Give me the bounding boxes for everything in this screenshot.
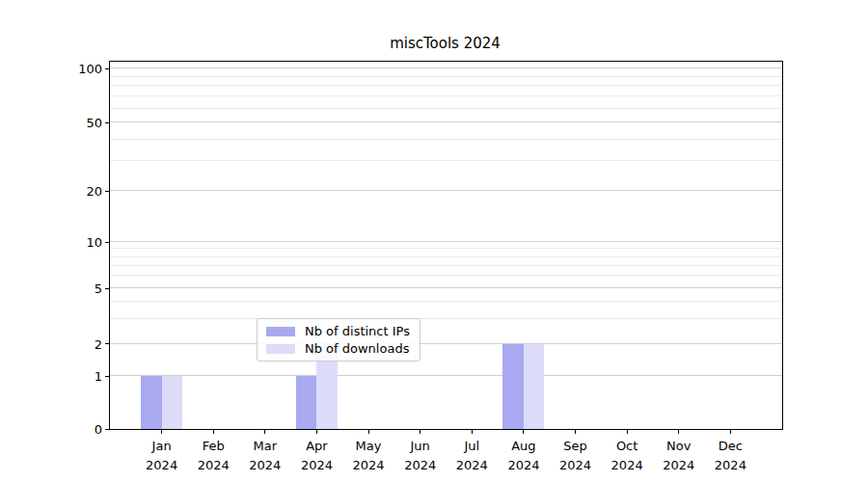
x-tick-label-sep: Sep2024 [559,437,591,474]
x-tick-year: 2024 [301,456,333,475]
bar-distinct-ips-apr [296,376,316,429]
x-tick-mark [472,430,473,434]
minor-gridline [110,301,782,302]
x-tick-year: 2024 [715,456,746,475]
x-tick-mark [316,430,317,434]
chart-title: miscTools 2024 [109,35,781,52]
y-tick-mark [105,376,109,377]
y-tick-mark [105,242,109,243]
y-tick-label: 1 [95,370,102,383]
minor-gridline [110,95,782,96]
x-tick-mark [575,430,576,434]
bar-distinct-ips-aug [502,344,523,429]
x-tick-label-dec: Dec2024 [715,437,746,474]
x-tick-year: 2024 [249,456,281,475]
x-tick-year: 2024 [507,456,539,475]
x-tick-mark [523,430,524,434]
y-tick-label: 5 [95,282,102,295]
y-tick-mark [105,343,109,344]
legend-label-distinct-ips: Nb of distinct IPs [305,325,410,337]
x-tick-year: 2024 [559,456,591,475]
y-tick-mark [105,288,109,289]
minor-gridline [110,256,782,257]
x-tick-month: Nov [663,437,694,456]
bar-downloads-jan [162,376,182,429]
minor-gridline [110,275,782,276]
x-tick-label-nov: Nov2024 [663,437,694,474]
y-tick-label: 100 [78,63,102,75]
x-tick-label-apr: Apr2024 [301,437,333,474]
major-gridline [110,241,782,242]
minor-gridline [110,108,782,109]
x-tick-month: Dec [715,437,746,456]
legend-swatch-distinct-ips [266,327,295,336]
x-tick-label-jun: Jun2024 [404,437,436,474]
y-tick-label: 2 [95,337,102,350]
y-tick-label: 10 [86,236,102,249]
legend-item-distinct-ips: Nb of distinct IPs [266,325,410,337]
x-tick-label-may: May2024 [353,437,385,474]
x-tick-month: Jul [456,437,488,456]
major-gridline [110,121,782,122]
x-tick-year: 2024 [611,456,643,475]
x-tick-mark [213,430,214,434]
minor-gridline [110,248,782,249]
x-tick-mark [627,430,628,434]
x-tick-label-jan: Jan2024 [146,437,177,474]
x-tick-label-mar: Mar2024 [249,437,281,474]
x-tick-month: Mar [249,437,281,456]
x-tick-month: Aug [507,437,539,456]
y-tick-mark [105,429,109,430]
x-tick-mark [678,430,679,434]
major-gridline [110,287,782,288]
x-tick-mark [161,430,162,434]
minor-gridline [110,318,782,319]
x-tick-mark [264,430,265,434]
legend-swatch-downloads [266,344,295,354]
x-tick-month: Sep [559,437,591,456]
major-gridline [110,375,782,376]
x-tick-month: Oct [611,437,643,456]
x-tick-month: Jun [404,437,436,456]
legend-label-downloads: Nb of downloads [305,342,409,355]
x-tick-year: 2024 [456,456,488,475]
minor-gridline [110,139,782,140]
x-tick-month: May [353,437,385,456]
x-tick-label-oct: Oct2024 [611,437,643,474]
y-tick-mark [105,122,109,123]
y-tick-label: 20 [86,185,102,198]
y-tick-mark [105,68,109,69]
x-tick-label-feb: Feb2024 [198,437,230,474]
x-tick-mark [730,430,731,434]
major-gridline [110,190,782,191]
x-tick-month: Apr [301,437,333,456]
x-tick-mark [368,430,369,434]
y-tick-label: 0 [95,423,102,436]
x-tick-month: Feb [198,437,230,456]
figure: miscTools 2024 0125102050100Jan2024Feb20… [0,0,868,482]
x-tick-mark [420,430,420,434]
x-tick-year: 2024 [404,456,436,475]
x-tick-label-jul: Jul2024 [456,437,488,474]
bar-distinct-ips-jan [141,376,161,429]
y-tick-label: 50 [86,117,102,129]
major-gridline [110,67,782,68]
plot-area: 0125102050100Jan2024Feb2024Mar2024Apr202… [109,61,783,430]
major-gridline [110,343,782,344]
legend: Nb of distinct IPs Nb of downloads [257,318,420,362]
legend-item-downloads: Nb of downloads [266,342,410,355]
bar-downloads-aug [524,344,544,429]
x-tick-month: Jan [146,437,177,456]
minor-gridline [110,265,782,266]
x-tick-year: 2024 [353,456,385,475]
x-tick-label-aug: Aug2024 [507,437,539,474]
x-tick-year: 2024 [146,456,177,475]
x-tick-year: 2024 [198,456,230,475]
minor-gridline [110,160,782,161]
minor-gridline [110,76,782,77]
minor-gridline [110,85,782,86]
y-tick-mark [105,191,109,192]
x-tick-year: 2024 [663,456,694,475]
